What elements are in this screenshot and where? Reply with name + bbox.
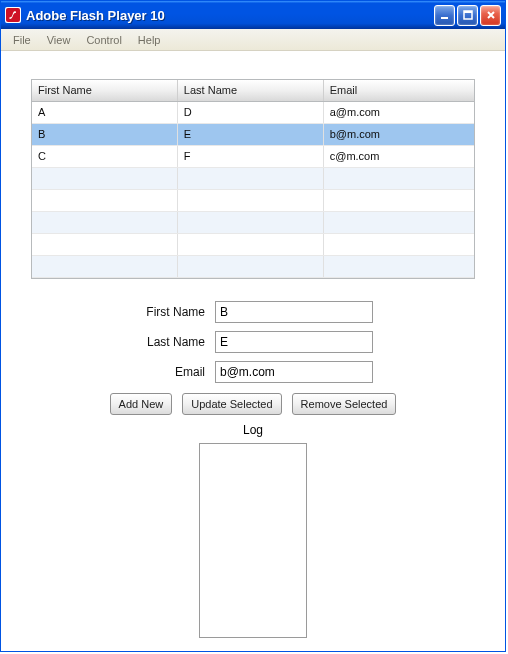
cell-email: c@m.com bbox=[324, 146, 474, 167]
cell-last-name bbox=[178, 234, 324, 255]
cell-last-name bbox=[178, 256, 324, 277]
cell-first-name bbox=[32, 212, 178, 233]
log-box[interactable] bbox=[199, 443, 307, 638]
maximize-button[interactable] bbox=[457, 5, 478, 26]
cell-first-name bbox=[32, 190, 178, 211]
remove-selected-button[interactable]: Remove Selected bbox=[292, 393, 397, 415]
cell-first-name: C bbox=[32, 146, 178, 167]
cell-last-name: E bbox=[178, 124, 324, 145]
cell-first-name bbox=[32, 234, 178, 255]
menu-file[interactable]: File bbox=[5, 32, 39, 48]
cell-last-name: D bbox=[178, 102, 324, 123]
data-grid-header: First Name Last Name Email bbox=[32, 80, 474, 102]
cell-email bbox=[324, 168, 474, 189]
window-title: Adobe Flash Player 10 bbox=[26, 8, 434, 23]
cell-first-name: B bbox=[32, 124, 178, 145]
cell-first-name: A bbox=[32, 102, 178, 123]
form-row-last-name: Last Name bbox=[133, 331, 373, 353]
table-row[interactable]: ADa@m.com bbox=[32, 102, 474, 124]
menubar: File View Control Help bbox=[1, 29, 505, 51]
cell-email: a@m.com bbox=[324, 102, 474, 123]
cell-email bbox=[324, 256, 474, 277]
table-row[interactable] bbox=[32, 234, 474, 256]
email-input[interactable] bbox=[215, 361, 373, 383]
close-button[interactable] bbox=[480, 5, 501, 26]
form-row-email: Email bbox=[133, 361, 373, 383]
svg-rect-2 bbox=[441, 17, 448, 19]
table-row[interactable] bbox=[32, 212, 474, 234]
cell-email bbox=[324, 234, 474, 255]
table-row[interactable] bbox=[32, 256, 474, 278]
update-selected-button[interactable]: Update Selected bbox=[182, 393, 281, 415]
last-name-input[interactable] bbox=[215, 331, 373, 353]
app-window: Adobe Flash Player 10 File View Control … bbox=[0, 0, 506, 652]
menu-view[interactable]: View bbox=[39, 32, 79, 48]
window-controls bbox=[434, 5, 501, 26]
table-row[interactable] bbox=[32, 168, 474, 190]
table-row[interactable] bbox=[32, 190, 474, 212]
flash-player-icon bbox=[5, 7, 21, 23]
column-header-first-name[interactable]: First Name bbox=[32, 80, 178, 101]
column-header-email[interactable]: Email bbox=[324, 80, 474, 101]
cell-first-name bbox=[32, 256, 178, 277]
label-last-name: Last Name bbox=[133, 335, 205, 349]
form-area: First Name Last Name Email bbox=[31, 301, 475, 383]
cell-first-name bbox=[32, 168, 178, 189]
button-row: Add New Update Selected Remove Selected bbox=[31, 393, 475, 415]
log-label: Log bbox=[31, 423, 475, 437]
form-row-first-name: First Name bbox=[133, 301, 373, 323]
svg-rect-4 bbox=[464, 11, 472, 13]
cell-email bbox=[324, 190, 474, 211]
menu-help[interactable]: Help bbox=[130, 32, 169, 48]
data-grid[interactable]: First Name Last Name Email ADa@m.comBEb@… bbox=[31, 79, 475, 279]
cell-last-name bbox=[178, 212, 324, 233]
cell-last-name bbox=[178, 168, 324, 189]
first-name-input[interactable] bbox=[215, 301, 373, 323]
cell-last-name: F bbox=[178, 146, 324, 167]
cell-last-name bbox=[178, 190, 324, 211]
minimize-button[interactable] bbox=[434, 5, 455, 26]
cell-email: b@m.com bbox=[324, 124, 474, 145]
menu-control[interactable]: Control bbox=[78, 32, 129, 48]
label-first-name: First Name bbox=[133, 305, 205, 319]
data-grid-body: ADa@m.comBEb@m.comCFc@m.com bbox=[32, 102, 474, 278]
titlebar[interactable]: Adobe Flash Player 10 bbox=[1, 1, 505, 29]
label-email: Email bbox=[133, 365, 205, 379]
column-header-last-name[interactable]: Last Name bbox=[178, 80, 324, 101]
table-row[interactable]: CFc@m.com bbox=[32, 146, 474, 168]
table-row[interactable]: BEb@m.com bbox=[32, 124, 474, 146]
add-new-button[interactable]: Add New bbox=[110, 393, 173, 415]
cell-email bbox=[324, 212, 474, 233]
content-area: First Name Last Name Email ADa@m.comBEb@… bbox=[1, 51, 505, 648]
